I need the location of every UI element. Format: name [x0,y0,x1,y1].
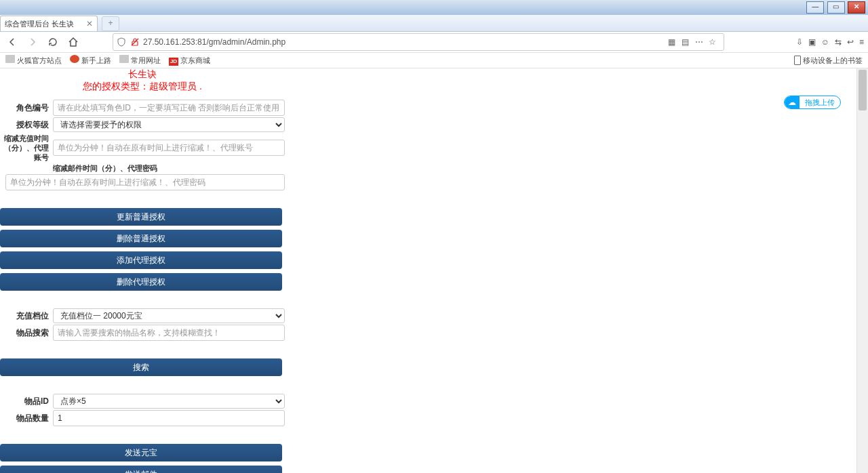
label-mail-time: 缩减邮件时间（分）、代理密码 [53,163,283,173]
folder-icon [5,55,15,63]
bookmark-mobile[interactable]: 移动设备上的书签 [794,56,863,66]
minimize-button[interactable]: — [806,1,824,14]
window-titlebar: — ▭ ✕ [0,0,868,15]
browser-tab-active[interactable]: 综合管理后台 长生诀 ✕ [0,16,98,31]
auth-form: 角色编号 授权等级 请选择需要授予的权限 缩减充值时间（分）、代理账号 缩减邮件… [0,100,285,473]
update-auth-button[interactable]: 更新普通授权 [0,208,282,226]
upload-badge[interactable]: ☁ 拖拽上传 [784,96,841,109]
page-content: ☁ 拖拽上传 长生诀 您的授权类型：超级管理员 . 角色编号 授权等级 请选择需… [0,68,868,473]
reader-icon[interactable]: ▤ [680,37,691,47]
label-item-search: 物品搜索 [0,327,53,339]
label-auth-level: 授权等级 [0,119,53,131]
item-id-select[interactable]: 点券×5 [53,394,285,409]
item-qty-input[interactable] [53,410,285,426]
account-icon[interactable]: ☺ [821,37,829,47]
maximize-button[interactable]: ▭ [827,1,845,14]
close-button[interactable]: ✕ [848,1,865,14]
toolbar-right: ⇩ ▣ ☺ ⇆ ↩ ≡ [796,37,864,47]
sidebar-icon[interactable]: ↩ [847,37,854,47]
label-role-id: 角色编号 [0,102,53,114]
forward-button[interactable] [24,34,41,50]
sync-icon[interactable]: ⇆ [835,37,842,47]
search-button[interactable]: 搜索 [0,358,282,376]
menu-icon[interactable]: ≡ [859,37,864,47]
delete-auth-button[interactable]: 删除普通授权 [0,230,282,247]
upload-label: 拖拽上传 [800,98,840,108]
shield-icon [116,37,127,47]
label-item-id: 物品ID [0,396,53,407]
bookmark-newbie[interactable]: 新手上路 [70,55,111,66]
browser-tabbar: 综合管理后台 长生诀 ✕ + [0,15,868,32]
page-title: 长生诀 [0,68,285,81]
firefox-icon [70,55,79,63]
url-text: 27.50.161.253:81/gm/admin/Admin.php [143,37,667,47]
page-subtitle: 您的授权类型：超级管理员 . [0,81,285,93]
scrollbar[interactable] [856,68,868,473]
tab-close-icon[interactable]: ✕ [86,19,93,28]
bookmark-fox-official[interactable]: 火狐官方站点 [5,55,62,66]
downloads-icon[interactable]: ⇩ [796,37,803,47]
back-button[interactable] [4,34,20,50]
bookmark-star-icon[interactable]: ☆ [707,37,718,47]
delete-proxy-button[interactable]: 删除代理授权 [0,273,282,291]
more-icon[interactable]: ⋯ [694,37,705,47]
label-item-qty: 物品数量 [0,413,53,424]
cloud-upload-icon: ☁ [785,96,800,108]
jd-icon: JD [169,58,178,66]
bookmark-common[interactable]: 常用网址 [119,55,161,66]
label-recharge-tier: 充值档位 [0,310,53,322]
reload-button[interactable] [45,34,61,50]
item-search-input[interactable] [53,325,285,341]
bookmark-jd[interactable]: JD京东商城 [169,56,210,66]
label-recharge-time: 缩减充值时间（分）、代理账号 [0,133,53,162]
send-mail-button[interactable]: 发送邮件 [0,466,282,473]
add-proxy-button[interactable]: 添加代理授权 [0,251,282,269]
url-bar[interactable]: 27.50.161.253:81/gm/admin/Admin.php ▦ ▤ … [113,33,724,51]
send-gold-button[interactable]: 发送元宝 [0,444,282,461]
qr-icon[interactable]: ▦ [667,37,677,47]
mail-time-input[interactable] [5,174,285,190]
new-tab-button[interactable]: + [102,16,119,31]
insecure-icon [130,37,140,47]
tab-title: 综合管理后台 长生诀 [5,19,74,29]
library-icon[interactable]: ▣ [808,37,816,47]
recharge-tier-select[interactable]: 充值档位一 20000元宝 [53,308,285,323]
bookmarks-bar: 火狐官方站点 新手上路 常用网址 JD京东商城 移动设备上的书签 [0,53,868,68]
role-id-input[interactable] [53,100,285,116]
auth-level-select[interactable]: 请选择需要授予的权限 [53,117,285,132]
browser-navbar: 27.50.161.253:81/gm/admin/Admin.php ▦ ▤ … [0,32,868,53]
home-button[interactable] [65,34,81,50]
recharge-time-input[interactable] [53,140,285,156]
window-buttons: — ▭ ✕ [806,1,865,14]
folder-icon [119,55,129,63]
mobile-icon [794,56,801,65]
